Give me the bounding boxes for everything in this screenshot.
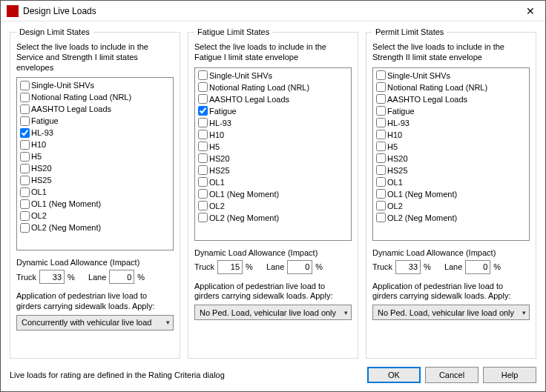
list-item[interactable]: HS25 (19, 174, 171, 186)
list-item[interactable]: OL1 (Neg Moment) (375, 188, 527, 200)
list-item[interactable]: HS20 (19, 162, 171, 174)
list-item-checkbox[interactable] (198, 153, 208, 163)
list-item-checkbox[interactable] (198, 130, 208, 139)
list-item[interactable]: Single-Unit SHVs (197, 70, 349, 82)
list-item[interactable]: Fatigue (19, 115, 171, 127)
list-item[interactable]: OL2 (Neg Moment) (375, 212, 527, 224)
cancel-button[interactable]: Cancel (425, 367, 478, 383)
list-item-checkbox[interactable] (20, 128, 30, 138)
list-item[interactable]: HL-93 (375, 117, 527, 129)
lane-input[interactable] (109, 270, 134, 284)
list-item-checkbox[interactable] (376, 213, 386, 222)
close-button[interactable]: ✕ (516, 1, 545, 21)
list-item[interactable]: AASHTO Legal Loads (375, 93, 527, 105)
list-item[interactable]: OL1 (Neg Moment) (197, 188, 349, 200)
list-item-checkbox[interactable] (20, 81, 30, 90)
list-item[interactable]: HL-93 (197, 117, 349, 129)
list-item-checkbox[interactable] (20, 223, 30, 233)
list-item-checkbox[interactable] (20, 199, 30, 209)
list-item[interactable]: OL1 (Neg Moment) (19, 198, 171, 210)
list-item[interactable]: Fatigue (197, 105, 349, 117)
list-item-label: HS25 (387, 166, 408, 175)
list-item-checkbox[interactable] (20, 164, 30, 173)
list-item[interactable]: HS20 (197, 153, 349, 165)
list-item-checkbox[interactable] (376, 130, 386, 139)
list-item-checkbox[interactable] (198, 165, 208, 175)
list-item-checkbox[interactable] (376, 94, 386, 104)
list-item[interactable]: H5 (19, 150, 171, 162)
dla-header-label: Dynamic Load Allowance (Impact) (372, 248, 530, 257)
list-item[interactable]: HL-93 (19, 127, 171, 139)
list-item-checkbox[interactable] (198, 94, 208, 104)
list-item-checkbox[interactable] (376, 82, 386, 92)
list-item[interactable]: OL2 (375, 200, 527, 212)
list-item[interactable]: Notional Rating Load (NRL) (197, 82, 349, 93)
lane-input[interactable] (465, 260, 490, 274)
list-item[interactable]: Single-Unit SHVs (19, 79, 171, 91)
list-item[interactable]: H5 (197, 141, 349, 153)
list-item[interactable]: AASHTO Legal Loads (197, 93, 349, 105)
list-item[interactable]: Notional Rating Load (NRL) (375, 82, 527, 93)
ped-combo[interactable]: No Ped. Load, vehicular live load only▾ (194, 305, 352, 320)
list-item-checkbox[interactable] (376, 70, 386, 80)
truck-input[interactable] (395, 260, 421, 274)
list-item-checkbox[interactable] (198, 177, 208, 187)
list-item[interactable]: H10 (375, 129, 527, 141)
list-item[interactable]: OL1 (19, 186, 171, 198)
truck-input[interactable] (39, 270, 65, 284)
list-item[interactable]: HS25 (375, 165, 527, 176)
lane-input[interactable] (287, 260, 312, 274)
list-item[interactable]: OL1 (197, 176, 349, 188)
help-button[interactable]: Help (483, 367, 536, 383)
ped-combo[interactable]: No Ped. Load, vehicular live load only▾ (372, 305, 530, 320)
list-item-checkbox[interactable] (376, 153, 386, 163)
list-item-checkbox[interactable] (198, 118, 208, 127)
list-item-checkbox[interactable] (376, 177, 386, 187)
list-item-checkbox[interactable] (198, 213, 208, 222)
list-item-checkbox[interactable] (198, 70, 208, 80)
ped-combo[interactable]: Concurrently with vehicular live load▾ (16, 315, 174, 330)
list-item-checkbox[interactable] (198, 106, 208, 116)
list-item[interactable]: AASHTO Legal Loads (19, 103, 171, 115)
list-item-label: AASHTO Legal Loads (387, 95, 467, 104)
list-item-checkbox[interactable] (20, 211, 30, 221)
list-item-label: OL1 (Neg Moment) (209, 190, 279, 199)
list-item-checkbox[interactable] (20, 116, 30, 126)
list-item-checkbox[interactable] (376, 189, 386, 199)
list-item[interactable]: Notional Rating Load (NRL) (19, 91, 171, 103)
list-item-checkbox[interactable] (376, 201, 386, 210)
list-item[interactable]: H5 (375, 141, 527, 153)
list-item-checkbox[interactable] (20, 140, 30, 150)
list-item-checkbox[interactable] (376, 142, 386, 151)
list-item[interactable]: OL2 (Neg Moment) (197, 212, 349, 224)
list-item-checkbox[interactable] (20, 187, 30, 197)
list-item[interactable]: HS25 (197, 165, 349, 176)
live-load-listbox[interactable]: Single-Unit SHVsNotional Rating Load (NR… (16, 77, 174, 250)
live-load-listbox[interactable]: Single-Unit SHVsNotional Rating Load (NR… (194, 67, 352, 241)
list-item[interactable]: OL2 (19, 210, 171, 222)
list-item-checkbox[interactable] (376, 165, 386, 175)
list-item[interactable]: H10 (19, 139, 171, 150)
list-item-checkbox[interactable] (20, 93, 30, 102)
list-item-checkbox[interactable] (20, 176, 30, 185)
list-item[interactable]: H10 (197, 129, 349, 141)
list-item-checkbox[interactable] (198, 201, 208, 210)
list-item-label: HS20 (209, 154, 230, 163)
truck-input[interactable] (217, 260, 243, 274)
ok-button[interactable]: OK (367, 367, 421, 383)
list-item-checkbox[interactable] (20, 152, 30, 162)
list-item-checkbox[interactable] (198, 189, 208, 199)
list-item-checkbox[interactable] (20, 104, 30, 114)
list-item-checkbox[interactable] (198, 142, 208, 151)
list-item[interactable]: Fatigue (375, 105, 527, 117)
live-load-listbox[interactable]: Single-Unit SHVsNotional Rating Load (NR… (372, 67, 530, 241)
list-item[interactable]: HS20 (375, 153, 527, 165)
truck-pct: % (424, 262, 431, 271)
list-item[interactable]: Single-Unit SHVs (375, 70, 527, 82)
list-item-checkbox[interactable] (376, 118, 386, 127)
list-item[interactable]: OL2 (197, 200, 349, 212)
list-item[interactable]: OL1 (375, 176, 527, 188)
list-item[interactable]: OL2 (Neg Moment) (19, 222, 171, 233)
list-item-checkbox[interactable] (198, 82, 208, 92)
list-item-checkbox[interactable] (376, 106, 386, 116)
